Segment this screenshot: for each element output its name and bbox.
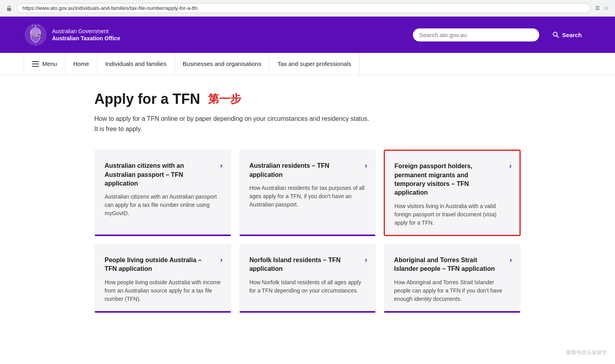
- card-desc-2: How Australian residents for tax purpose…: [249, 184, 366, 209]
- search-button[interactable]: Search: [543, 28, 591, 42]
- search-area: Search: [413, 28, 591, 42]
- nav-individuals[interactable]: Individuals and families: [98, 53, 175, 75]
- card-arrow-1: ›: [220, 161, 223, 170]
- page-title: Apply for a TFN 第一步: [94, 91, 521, 107]
- search-button-label: Search: [562, 32, 582, 38]
- annotation-text: 第一步: [208, 92, 241, 107]
- svg-text:🦅: 🦅: [38, 33, 43, 38]
- browser-right-icons: ☰ ☆: [595, 5, 609, 11]
- card-title-1: Australian citizens with an Australian p…: [105, 161, 221, 188]
- svg-line-9: [557, 36, 559, 38]
- lock-icon: [6, 6, 12, 11]
- card-arrow-5: ›: [365, 256, 367, 264]
- menu-label: Menu: [42, 60, 57, 67]
- svg-text:✦: ✦: [34, 25, 37, 28]
- card-arrow-2: ›: [365, 161, 367, 170]
- site-header: ✦ ✦ ✦ 🦘 🦅 Australian Government Australi…: [0, 17, 615, 53]
- cards-row-2: › People living outside Australia – TFN …: [94, 244, 521, 313]
- svg-text:✦: ✦: [38, 24, 39, 26]
- card-desc-4: How people living outside Australia with…: [105, 278, 221, 303]
- card-title-3: Foreign passport holders, permanent migr…: [394, 162, 510, 197]
- nav-bar: Menu Home Individuals and families Busin…: [0, 53, 615, 75]
- browser-chrome: https://www.ato.gov.au/individuals-and-f…: [0, 0, 615, 17]
- page-description: How to apply for a TFN online or by pape…: [94, 114, 371, 134]
- card-arrow-3: ›: [509, 162, 512, 170]
- reader-icon: ☰: [595, 5, 600, 11]
- svg-text:🦘: 🦘: [30, 33, 35, 38]
- card-aboriginal-torres[interactable]: › Aboriginal and Torres Strait Islander …: [384, 244, 521, 313]
- card-desc-1: Australian citizens with an Australian p…: [105, 193, 221, 218]
- menu-toggle[interactable]: Menu: [24, 53, 66, 75]
- coat-of-arms-icon: ✦ ✦ ✦ 🦘 🦅: [24, 23, 47, 47]
- svg-rect-10: [32, 61, 39, 62]
- svg-rect-12: [32, 66, 39, 67]
- url-bar[interactable]: https://www.ato.gov.au/individuals-and-f…: [17, 3, 591, 13]
- logo-text: Australian Government Australian Taxatio…: [52, 28, 120, 42]
- search-icon: [553, 32, 559, 38]
- logo-area: ✦ ✦ ✦ 🦘 🦅 Australian Government Australi…: [24, 23, 120, 47]
- card-australian-residents[interactable]: › Australian residents – TFN application…: [239, 150, 376, 236]
- card-australian-citizens[interactable]: › Australian citizens with an Australian…: [94, 150, 231, 236]
- gov-line: Australian Government: [52, 28, 120, 35]
- card-desc-6: How Aboriginal and Torres Strait Islande…: [394, 278, 510, 303]
- svg-rect-0: [7, 8, 11, 11]
- main-content: Apply for a TFN 第一步 How to apply for a T…: [71, 75, 544, 336]
- card-title-4: People living outside Australia – TFN ap…: [105, 256, 221, 274]
- hamburger-icon: [32, 61, 39, 67]
- search-input-wrap[interactable]: [413, 28, 539, 41]
- card-title-5: Norfolk Island residents – TFN applicati…: [249, 256, 366, 274]
- cards-row-1: › Australian citizens with an Australian…: [94, 150, 521, 236]
- card-desc-3: How visitors living in Australia with a …: [394, 202, 510, 227]
- url-text: https://www.ato.gov.au/individuals-and-f…: [22, 5, 197, 11]
- card-title-6: Aboriginal and Torres Strait Islander pe…: [394, 256, 510, 274]
- svg-rect-11: [32, 64, 39, 64]
- card-foreign-passport[interactable]: › Foreign passport holders, permanent mi…: [384, 150, 521, 236]
- nav-tax-professionals[interactable]: Tax and super professionals: [270, 53, 360, 75]
- card-arrow-6: ›: [510, 256, 512, 264]
- card-outside-australia[interactable]: › People living outside Australia – TFN …: [94, 244, 231, 313]
- card-desc-5: How Norfolk Island residents of all ages…: [249, 278, 366, 295]
- card-arrow-4: ›: [220, 256, 223, 264]
- card-norfolk-island[interactable]: › Norfolk Island residents – TFN applica…: [239, 244, 376, 313]
- nav-businesses[interactable]: Businesses and organisations: [175, 53, 270, 75]
- ato-line: Australian Taxation Office: [52, 35, 120, 42]
- svg-text:✦: ✦: [32, 24, 33, 26]
- card-title-2: Australian residents – TFN application: [249, 161, 366, 179]
- search-input[interactable]: [419, 32, 533, 38]
- bookmark-icon: ☆: [604, 5, 609, 11]
- nav-home[interactable]: Home: [66, 53, 98, 75]
